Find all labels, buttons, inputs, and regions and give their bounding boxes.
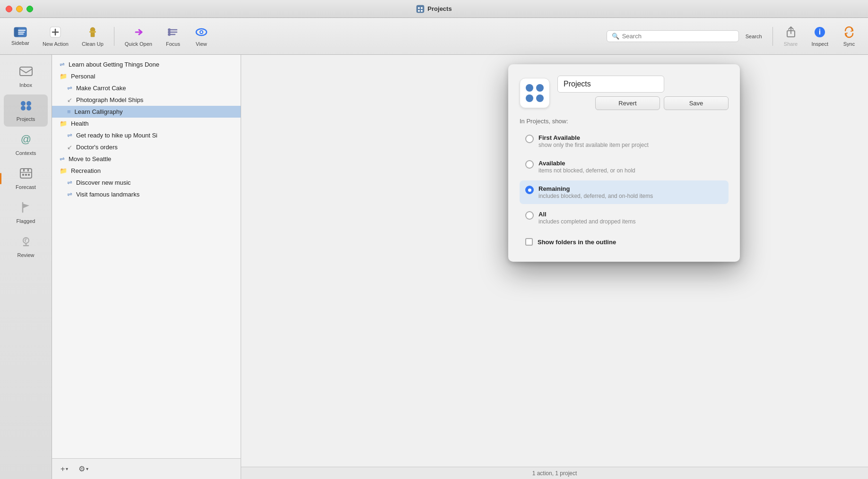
sidebar-item-inbox[interactable]: Inbox — [4, 60, 48, 93]
svg-rect-36 — [20, 169, 32, 178]
close-button[interactable] — [6, 6, 12, 12]
focus-label: Focus — [166, 41, 180, 47]
sidebar-item-review[interactable]: Review — [4, 231, 48, 263]
svg-rect-0 — [417, 5, 424, 13]
radio-available-text: Available items not blocked, deferred, o… — [538, 160, 635, 174]
svg-rect-6 — [14, 27, 18, 37]
popup-dots-grid — [521, 79, 548, 107]
focus-button[interactable]: Focus — [159, 23, 187, 50]
share-button[interactable]: Share — [777, 23, 805, 50]
sync-button[interactable]: Sync — [835, 23, 863, 50]
quick-open-button[interactable]: Quick Open — [118, 23, 159, 50]
main-layout: Inbox Projects @ Contexts — [0, 55, 868, 479]
item-text: Personal — [71, 73, 233, 80]
gear-icon: ⚙ — [78, 464, 85, 473]
svg-text:i: i — [819, 28, 821, 36]
list-item[interactable]: ⇌ Discover new music — [52, 177, 241, 188]
popup-header: Revert Save — [520, 76, 729, 110]
svg-rect-14 — [91, 32, 95, 37]
quick-open-icon — [132, 26, 145, 40]
maximize-button[interactable] — [26, 6, 33, 12]
sidebar-item-projects[interactable]: Projects — [4, 94, 48, 127]
share-label: Share — [784, 41, 798, 47]
project-list-scroll[interactable]: ⇌ Learn about Getting Things Done 📁 Pers… — [52, 55, 241, 458]
popup-title-input[interactable] — [557, 76, 664, 93]
folder-icon: 📁 — [60, 167, 67, 174]
radio-all-label: All — [538, 211, 635, 218]
clean-up-label: Clean Up — [82, 41, 104, 47]
list-item[interactable]: 📁 Health — [52, 118, 241, 129]
show-folders-checkbox[interactable] — [525, 238, 533, 246]
radio-remaining-circle — [525, 186, 534, 194]
action-icon: ⇌ — [67, 132, 72, 139]
list-item[interactable]: ⇌ Visit famous landmarks — [52, 188, 241, 200]
list-item[interactable]: ⇌ Learn about Getting Things Done — [52, 59, 241, 70]
list-item[interactable]: ⇌ Make Carrot Cake — [52, 82, 241, 94]
radio-available-label: Available — [538, 160, 635, 167]
list-item[interactable]: 📁 Personal — [52, 70, 241, 82]
view-button[interactable]: View — [187, 23, 216, 50]
sidebar-item-forecast[interactable]: Forecast — [4, 163, 48, 195]
svg-point-32 — [26, 101, 31, 106]
add-item-button[interactable]: + ▾ — [58, 463, 71, 475]
minimize-button[interactable] — [16, 6, 23, 12]
svg-point-1 — [418, 7, 420, 9]
save-button[interactable]: Save — [664, 96, 729, 110]
list-item[interactable]: ↙ Photograph Model Ships — [52, 94, 241, 106]
view-icon — [195, 26, 208, 40]
settings-button[interactable]: ⚙ ▾ — [76, 462, 91, 475]
inspect-icon: i — [813, 26, 826, 40]
settings-chevron-icon: ▾ — [86, 466, 88, 471]
dot-3 — [526, 94, 533, 102]
radio-all-desc: includes completed and dropped items — [538, 218, 635, 225]
list-item[interactable]: 📁 Recreation — [52, 165, 241, 177]
action-icon: ⇌ — [60, 155, 65, 163]
sync-label: Sync — [843, 41, 855, 47]
window-title: Projects — [416, 5, 451, 13]
list-item[interactable]: ↙ Doctor's orders — [52, 141, 241, 153]
new-action-button[interactable]: New Action — [36, 23, 75, 50]
radio-first-available-circle — [525, 135, 534, 143]
search-container: 🔍 — [607, 30, 739, 42]
clean-up-button[interactable]: Clean Up — [75, 23, 110, 50]
item-text: Discover new music — [76, 179, 233, 186]
list-item[interactable]: ⇌ Move to Seattle — [52, 153, 241, 165]
radio-option-remaining[interactable]: Remaining includes blocked, deferred, an… — [520, 180, 729, 204]
radio-first-available-desc: show only the first available item per p… — [538, 142, 649, 148]
show-folders-option[interactable]: Show folders in the outline — [520, 233, 729, 250]
svg-rect-41 — [25, 174, 27, 176]
item-text: Photograph Model Ships — [76, 96, 233, 103]
radio-option-available[interactable]: Available items not blocked, deferred, o… — [520, 155, 729, 179]
sidebar-item-forecast-label: Forecast — [16, 184, 36, 190]
svg-line-47 — [25, 240, 26, 241]
folder-icon: 📁 — [60, 120, 67, 127]
radio-option-all[interactable]: All includes completed and dropped items — [520, 206, 729, 230]
sidebar-item-flagged[interactable]: Flagged — [4, 197, 48, 229]
project-list: ⇌ Learn about Getting Things Done 📁 Pers… — [52, 55, 241, 479]
svg-rect-42 — [28, 174, 30, 176]
sidebar-item-contexts[interactable]: @ Contexts — [4, 128, 48, 161]
title-bar: Projects — [0, 0, 868, 18]
search-input[interactable] — [622, 33, 734, 40]
forecast-icon — [19, 167, 33, 183]
sidebar-button[interactable]: Sidebar — [5, 24, 36, 49]
popup-section-title: In Projects, show: — [520, 118, 729, 125]
item-text: Visit famous landmarks — [76, 191, 233, 198]
toolbar: Sidebar New Action Clean Up — [0, 18, 868, 55]
svg-rect-37 — [23, 169, 25, 171]
radio-option-first-available[interactable]: First Available show only the first avai… — [520, 129, 729, 153]
radio-first-available-label: First Available — [538, 134, 649, 141]
action-icon: ⇌ — [67, 191, 72, 198]
search-icon: 🔍 — [612, 33, 619, 40]
content-area: 1 action, 1 project — [241, 55, 868, 479]
item-text: Recreation — [71, 167, 233, 174]
svg-text:@: @ — [20, 133, 31, 145]
search-button-label[interactable]: Search — [739, 31, 769, 42]
inspect-button[interactable]: i Inspect — [805, 23, 835, 50]
clean-up-icon — [86, 26, 99, 40]
revert-button[interactable]: Revert — [595, 96, 660, 110]
list-item-selected[interactable]: ≡ Learn Calligraphy — [52, 106, 241, 118]
projects-icon — [19, 99, 33, 115]
svg-point-31 — [21, 101, 26, 106]
list-item[interactable]: ⇌ Get ready to hike up Mount Si — [52, 129, 241, 141]
